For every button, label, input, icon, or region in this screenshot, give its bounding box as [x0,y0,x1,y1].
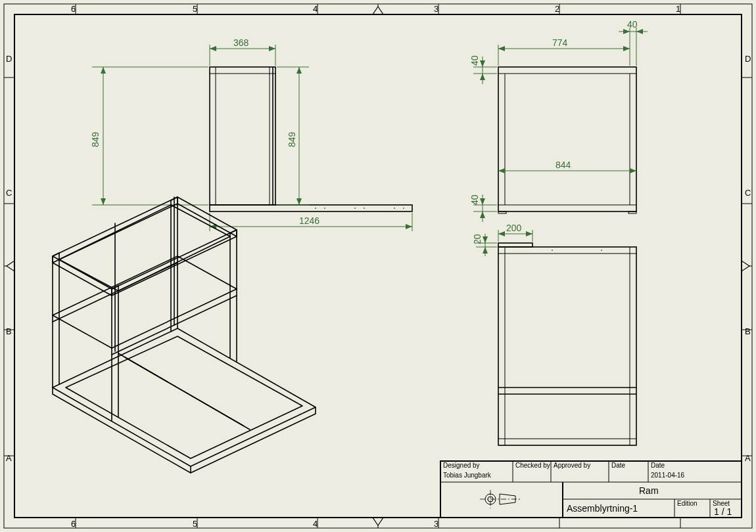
svg-marker-52 [296,198,302,205]
ruler-num-5: 5 [193,4,197,14]
ruler-num-6: 6 [71,4,76,14]
ruler-num-3: 3 [434,4,438,14]
center-marker-bottom-icon [373,518,383,525]
ruler-bot-num-5: 5 [193,519,197,529]
svg-rect-94 [498,243,532,247]
svg-marker-86 [630,168,636,173]
dim-849-left [92,67,208,205]
svg-rect-63 [498,211,506,213]
svg-rect-31 [210,205,412,211]
svg-marker-51 [296,67,302,74]
checked-by-label: Checked by [515,462,550,469]
dim-849-left-text: 849 [90,131,101,147]
ruler-bot-num-4: 4 [313,519,318,529]
svg-marker-73 [636,29,643,34]
svg-marker-82 [480,198,485,205]
ruler-num-4: 4 [313,4,318,14]
svg-point-96 [601,250,602,251]
svg-point-35 [364,208,365,209]
dim-40-top-text: 40 [627,19,638,30]
ruler-left: D C B A [4,54,14,463]
date-label-1: Date [611,462,626,469]
ruler-letter-A-r: A [745,453,751,463]
ruler-letter-A: A [6,453,12,463]
svg-rect-0 [4,4,752,528]
drawing-sheet: 6 5 4 3 2 1 6 5 4 3 D C B A [0,0,756,532]
iso-view [53,197,316,473]
designed-by-value: Tobias Jungbark [443,472,492,479]
dim-1246-text: 1246 [299,215,319,226]
svg-rect-58 [498,67,636,211]
svg-point-32 [315,208,316,209]
edition-label: Edition [677,500,697,507]
svg-point-37 [403,208,404,209]
center-marker-left-icon [7,261,14,271]
ruler-top: 6 5 4 3 2 1 [71,4,680,14]
svg-marker-77 [480,60,485,67]
svg-rect-64 [628,211,636,213]
ruler-bot-num-6: 6 [71,519,76,529]
sheet-value: 1 / 1 [714,506,732,517]
front-view: 368 849 849 1246 [90,37,412,231]
ruler-letter-B-r: B [745,326,751,336]
svg-marker-42 [269,46,275,51]
drawing-value: Assemblyrtning-1 [567,503,638,514]
dim-40-top [619,28,648,66]
dim-774-text: 774 [552,37,568,48]
date-label-2: Date [651,462,665,469]
ruler-letter-D-r: D [745,54,751,64]
center-marker-top-icon [373,7,383,14]
svg-point-34 [354,208,356,209]
svg-marker-85 [498,168,505,173]
drawing-svg: 6 5 4 3 2 1 6 5 4 3 D C B A [0,0,756,532]
title-value: Ram [639,485,659,496]
svg-point-33 [324,208,325,209]
ruler-letter-C: C [6,188,12,198]
svg-marker-68 [498,46,505,51]
dim-849-right-text: 849 [287,131,297,147]
ruler-bottom: 6 5 4 3 [71,518,680,529]
svg-marker-41 [210,46,216,51]
projection-symbol-icon [480,490,522,508]
center-marker-right-icon [742,261,749,271]
ruler-letter-B: B [6,326,12,336]
ruler-num-1: 1 [676,4,680,14]
date-value: 2011-04-16 [651,472,685,479]
svg-marker-106 [483,247,488,254]
dim-200-text: 200 [506,223,522,233]
dim-40-lt-text: 40 [469,55,480,66]
svg-marker-46 [101,67,106,74]
svg-marker-72 [623,29,630,34]
approved-by-label: Approved by [554,462,590,469]
svg-rect-1 [14,14,742,518]
top-view: 200 20 [472,223,636,445]
title-block: Designed by Tobias Jungbark Checked by A… [440,461,742,518]
dim-368-text: 368 [233,37,249,48]
svg-marker-100 [498,231,505,236]
svg-rect-87 [498,247,636,445]
svg-point-95 [552,250,553,251]
ruler-letter-D: D [6,54,12,64]
right-view: 774 40 40 40 844 [469,19,648,222]
svg-marker-69 [623,46,630,51]
dim-40-lb-text: 40 [469,194,480,205]
svg-point-36 [394,208,395,209]
ruler-bot-num-3: 3 [434,519,438,529]
ruler-letter-C-r: C [745,188,751,198]
ruler-num-2: 2 [555,4,559,14]
svg-marker-78 [480,74,485,80]
dim-844-text: 844 [555,160,571,170]
ruler-right: D C B A [742,54,752,463]
designed-by-label: Designed by [443,462,480,469]
dim-20-text: 20 [472,234,483,244]
drawing-border: 6 5 4 3 2 1 6 5 4 3 D C B A [4,4,752,529]
svg-marker-105 [483,236,488,243]
svg-marker-47 [101,198,106,205]
svg-marker-57 [406,224,412,229]
svg-marker-101 [526,231,532,236]
svg-rect-26 [210,67,275,205]
svg-marker-83 [480,211,485,218]
